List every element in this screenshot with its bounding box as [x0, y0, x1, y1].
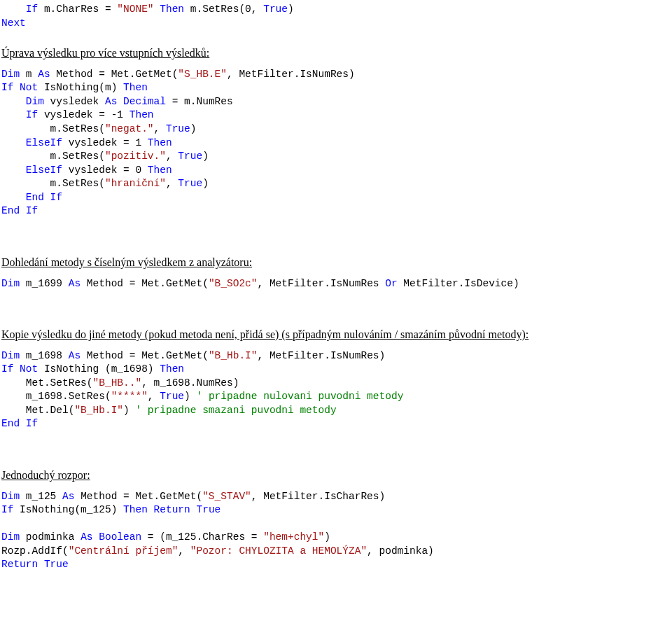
kw: Dim	[1, 96, 44, 107]
kw: Then	[148, 137, 172, 148]
code-text: , MetFilter.IsNumRes	[258, 278, 386, 289]
str: "B_Hb.I"	[74, 405, 123, 416]
str: "Pozor: CHYLOZITA a HEMOLÝZA"	[190, 545, 367, 557]
code-text: )	[288, 4, 294, 15]
code-text: m	[20, 69, 38, 80]
kw: True	[190, 504, 221, 515]
code-text: Method = Met.GetMet(	[80, 278, 209, 289]
code-text: , MetFilter.IsNumRes)	[258, 350, 386, 361]
kw: End If	[1, 418, 38, 429]
kw: True	[178, 151, 202, 162]
code-text: m.SetRes(	[1, 151, 105, 162]
section-heading-3: Kopie výsledku do jiné metody (pokud met…	[1, 327, 671, 342]
code-text: )	[123, 405, 135, 416]
code-text: MetFilter.IsDevice)	[398, 278, 519, 289]
str: "S_STAV"	[202, 491, 251, 502]
kw: Next	[1, 18, 26, 29]
code-text: Met.Del(	[1, 405, 74, 416]
kw: If	[1, 363, 13, 375]
kw: Then	[130, 109, 154, 120]
code-text: IsNothing(m)	[38, 82, 123, 93]
kw: Dim	[1, 278, 20, 289]
comment: ' pripadne smazani puvodni metody	[135, 405, 336, 416]
kw: Return	[1, 559, 38, 570]
code-text: Rozp.AddIf(	[1, 545, 69, 557]
kw: Return	[148, 504, 190, 515]
code-text: m.CharRes =	[38, 4, 117, 15]
kw: As	[105, 96, 117, 107]
str: "pozitiv."	[105, 151, 166, 162]
code-text: m_1698	[20, 350, 69, 361]
code-text: Method = Met.GetMet(	[74, 491, 202, 502]
str: "hem+chyl"	[263, 531, 324, 543]
code-text: vysledek = -1	[38, 109, 130, 120]
code-block-2: Dim m As Method = Met.GetMet("S_HB.E", M…	[1, 68, 671, 218]
str: "B_HB.."	[93, 377, 142, 389]
kw: Dim	[1, 491, 20, 502]
code-text: , MetFilter.IsNumRes)	[227, 69, 355, 80]
kw: ElseIf	[1, 165, 62, 176]
kw: Then	[148, 165, 172, 176]
kw: Dim	[1, 350, 20, 361]
code-text: IsNothing (m_1698)	[38, 363, 160, 375]
str: "S_HB.E"	[178, 69, 227, 80]
kw: Boolean	[93, 531, 142, 543]
kw: As	[38, 69, 50, 80]
code-text: , MetFilter.IsCharRes)	[251, 491, 385, 502]
kw: As	[69, 350, 80, 361]
str: "hraniční"	[105, 178, 166, 189]
str: "B_SO2c"	[209, 278, 258, 289]
code-text: Met.SetRes(	[1, 377, 93, 389]
code-text: )	[202, 178, 209, 189]
code-text: , podminka)	[367, 545, 434, 557]
code-text: = m.NumRes	[166, 96, 233, 107]
code-text: ,	[166, 151, 178, 162]
kw: True	[166, 123, 190, 134]
kw: As	[80, 531, 92, 543]
code-text: m_1699	[20, 278, 69, 289]
kw: Or	[385, 278, 397, 289]
str: "negat."	[105, 123, 154, 134]
section-heading-4: Jednoduchý rozpor:	[1, 468, 671, 483]
code-text: )	[202, 151, 209, 162]
kw: As	[69, 278, 80, 289]
code-block-1: If m.CharRes = "NONE" Then m.SetRes(0, T…	[1, 3, 671, 30]
code-text: Method = Met.GetMet(	[80, 350, 209, 361]
code-text: )	[184, 391, 196, 402]
kw: If	[1, 4, 38, 15]
section-heading-2: Dohledání metody s číselným výsledkem z …	[1, 255, 671, 270]
kw: ElseIf	[1, 137, 62, 148]
kw: Then	[123, 504, 148, 515]
kw: End If	[1, 205, 38, 216]
kw: True	[160, 391, 184, 402]
code-text: ,	[166, 178, 178, 189]
kw: As	[62, 491, 74, 502]
kw: If	[1, 82, 13, 93]
kw: True	[178, 178, 202, 189]
str: "NONE"	[117, 4, 153, 15]
code-block-3: Dim m_1699 As Method = Met.GetMet("B_SO2…	[1, 277, 671, 291]
code-text: ,	[148, 391, 160, 402]
code-text: m.SetRes(0,	[184, 4, 263, 15]
code-text: ,	[178, 545, 190, 557]
code-text: m_125	[20, 491, 62, 502]
code-text: ,	[154, 123, 166, 134]
document-page: If m.CharRes = "NONE" Then m.SetRes(0, T…	[0, 0, 672, 586]
code-text: vysledek = 1	[62, 137, 148, 148]
code-text: = (m_125.CharRes =	[141, 531, 263, 543]
kw: End If	[1, 192, 62, 203]
kw: Then	[123, 82, 148, 93]
kw: Then	[160, 363, 184, 375]
kw: If	[1, 109, 38, 120]
kw: Dim	[1, 531, 20, 543]
code-text: )	[190, 123, 197, 134]
code-block-5: Dim m_125 As Method = Met.GetMet("S_STAV…	[1, 490, 671, 572]
kw: Decimal	[117, 96, 166, 107]
str: "****"	[111, 391, 148, 402]
code-block-4: Dim m_1698 As Method = Met.GetMet("B_Hb.…	[1, 349, 671, 431]
str: "Centrální příjem"	[69, 545, 178, 557]
code-text: vysledek = 0	[62, 165, 148, 176]
code-text: )	[324, 531, 330, 543]
kw: Then	[154, 4, 185, 15]
code-text: IsNothing(m_125)	[13, 504, 123, 515]
